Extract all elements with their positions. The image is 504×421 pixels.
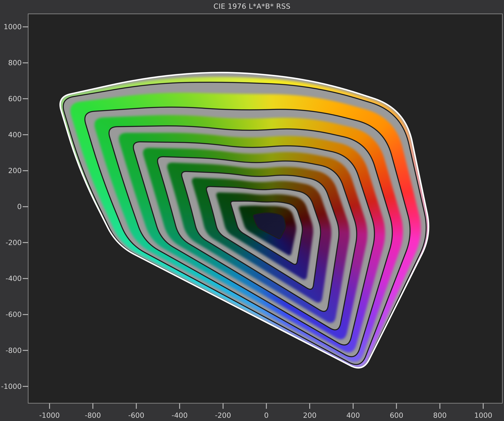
contour-line [253,213,285,239]
contour-line [63,82,426,368]
x-tick-label: -200 [206,411,240,419]
x-tick-label: -800 [76,411,110,419]
x-tick-mark [223,403,223,409]
y-tick-mark [23,386,28,387]
y-tick-mark [23,170,28,171]
y-tick-label: 1000 [0,22,22,31]
y-tick-label: 0 [0,202,22,211]
y-tick-mark [23,98,28,99]
figure-canvas: { "title": "CIE 1976 L*A*B* RSS", "color… [0,0,504,421]
x-tick-mark [439,403,440,409]
x-tick-label: 1000 [466,411,500,419]
x-tick-mark [136,403,137,409]
x-tick-label: 0 [249,411,283,419]
y-tick-label: 400 [0,130,22,140]
y-tick-mark [23,62,28,63]
x-tick-mark [309,403,310,409]
plot-area: -1000-800-600-400-20002004006008001000 -… [28,13,503,403]
y-tick-label: -1000 [0,382,22,391]
y-tick-mark [23,134,28,135]
y-tick-label: 200 [0,166,22,175]
x-tick-mark [396,403,397,409]
y-tick-mark [23,206,28,207]
y-tick-label: -200 [0,238,22,247]
y-tick-mark [23,278,28,279]
x-tick-mark [483,403,484,409]
x-tick-label: 400 [336,411,370,419]
y-tick-mark [23,26,28,27]
gamut-hull-outline [60,73,429,368]
x-tick-label: 600 [379,411,414,419]
x-tick-label: 800 [423,411,457,419]
y-tick-mark [23,314,28,315]
x-tick-mark [179,403,180,409]
contour-strokes-svg [29,14,502,403]
x-tick-label: -1000 [32,411,66,419]
y-tick-label: -800 [0,346,22,355]
x-tick-mark [266,403,267,409]
y-tick-label: 600 [0,94,22,104]
x-tick-label: -600 [119,411,153,419]
y-tick-label: -400 [0,274,22,283]
contour-line [157,157,357,330]
x-tick-mark [92,403,93,409]
x-tick-mark [49,403,50,409]
y-tick-label: -600 [0,310,22,319]
x-tick-label: 200 [293,411,327,419]
y-tick-mark [23,350,28,351]
x-tick-mark [353,403,354,409]
y-tick-mark [23,242,28,243]
y-tick-label: 800 [0,58,22,67]
chart-title: CIE 1976 L*A*B* RSS [0,2,504,10]
x-tick-label: -400 [163,411,197,419]
